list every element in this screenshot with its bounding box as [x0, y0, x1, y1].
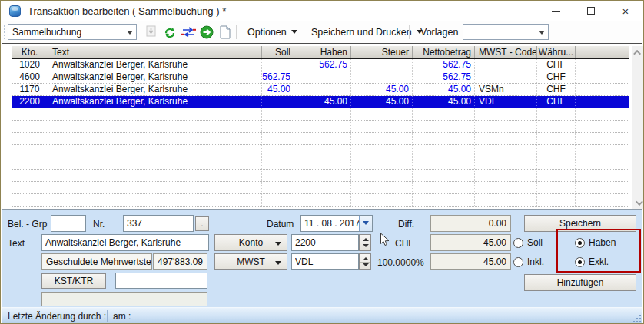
- chevron-down-icon: [291, 30, 297, 34]
- import-button[interactable]: [143, 24, 160, 40]
- table-row-empty[interactable]: [12, 145, 629, 157]
- scroll-up-icon[interactable]: [632, 46, 644, 58]
- table-row-empty[interactable]: [12, 157, 629, 170]
- chevron-down-icon: [275, 242, 281, 246]
- chevron-down-icon: [275, 261, 281, 265]
- cell-mwst: [475, 59, 537, 71]
- diff-field: 0.00: [430, 215, 511, 232]
- table-row[interactable]: 2200Anwaltskanzlei Berger, Karlsruhe45.0…: [12, 96, 629, 108]
- close-button[interactable]: ×: [608, 1, 643, 21]
- radio-inkl[interactable]: Inkl.: [513, 256, 544, 267]
- column-header-waehrung[interactable]: Währu...: [537, 46, 576, 58]
- cell-haben: [294, 182, 351, 193]
- new-document-button[interactable]: [217, 24, 234, 40]
- percent-label: 100.0000%: [377, 257, 424, 268]
- cell-mwst: [475, 194, 537, 206]
- table-row-empty[interactable]: [12, 133, 629, 145]
- grid-header: Kto.TextSollHabenSteuerNettobetragMWST -…: [12, 46, 629, 59]
- vertical-scrollbar[interactable]: [632, 46, 643, 209]
- cell-netto: 45.00: [413, 96, 475, 107]
- calendar-dropdown-icon[interactable]: [359, 216, 372, 231]
- konto-dropdown-button[interactable]: Konto: [214, 234, 287, 251]
- grid-body: 1020Anwaltskanzlei Berger, Karlsruhe562.…: [12, 59, 629, 207]
- column-header-soll[interactable]: Soll: [262, 46, 294, 58]
- kst-ktr-button[interactable]: KST/KTR: [41, 273, 106, 289]
- booking-type-combobox[interactable]: Sammelbuchung: [8, 24, 137, 40]
- vorlagen-combobox[interactable]: [463, 24, 549, 40]
- nr-input[interactable]: [123, 215, 194, 232]
- column-header-steuer[interactable]: Steuer: [351, 46, 413, 58]
- radio-soll[interactable]: Soll: [513, 237, 543, 248]
- maximize-button[interactable]: [573, 1, 609, 21]
- column-header-kto[interactable]: Kto.: [12, 46, 48, 58]
- column-header-netto[interactable]: Nettobetrag: [413, 46, 475, 58]
- table-row[interactable]: 1020Anwaltskanzlei Berger, Karlsruhe562.…: [12, 59, 629, 71]
- optionen-button[interactable]: Optionen: [241, 23, 304, 41]
- cell-kto: 1020: [12, 59, 48, 71]
- table-row-empty[interactable]: [12, 108, 629, 121]
- cell-haben: [294, 108, 351, 120]
- table-row-empty[interactable]: [12, 170, 629, 182]
- cell-mwst: [475, 145, 537, 157]
- table-row-empty[interactable]: [12, 182, 629, 194]
- konto-spinner[interactable]: [359, 234, 371, 251]
- cell-text: [48, 133, 262, 144]
- cell-steuer: [351, 157, 413, 169]
- cell-waehrung: [537, 145, 576, 157]
- go-button[interactable]: [198, 24, 215, 40]
- cell-filler: [576, 194, 629, 206]
- cell-filler: [576, 145, 629, 157]
- mwst-dropdown-button[interactable]: MWST: [214, 253, 287, 270]
- mwst-spinner[interactable]: [359, 253, 371, 270]
- table-row-empty[interactable]: [12, 121, 629, 133]
- vat-owed-value: 497'883.09: [153, 253, 207, 270]
- cell-soll: [262, 96, 294, 107]
- toolbar-separator: [236, 25, 237, 39]
- column-header-mwst[interactable]: MWST - Code: [475, 46, 537, 58]
- close-icon: ×: [622, 5, 629, 17]
- speichern-label: Speichern: [559, 218, 601, 229]
- cell-filler: [576, 71, 629, 83]
- cell-text: [48, 121, 262, 132]
- cell-soll: [262, 133, 294, 144]
- optionen-label: Optionen: [247, 27, 287, 38]
- cell-filler: [576, 157, 629, 169]
- table-row[interactable]: 1170Anwaltskanzlei Berger, Karlsruhe45.0…: [12, 84, 629, 96]
- column-header-text[interactable]: Text: [48, 46, 262, 58]
- text-label: Text: [8, 238, 25, 249]
- cell-mwst: [475, 157, 537, 169]
- refresh-button[interactable]: [161, 24, 178, 40]
- cell-waehrung: [537, 170, 576, 181]
- radio-circle: [513, 257, 523, 267]
- window-title: Transaktion bearbeiten ( Sammelbuchung )…: [28, 5, 226, 17]
- toolbar-separator: [300, 25, 300, 39]
- column-header-haben[interactable]: Haben: [294, 46, 351, 58]
- net-amount-field: 45.00: [430, 253, 511, 270]
- cell-text: [48, 194, 262, 206]
- datum-field[interactable]: 11 . 08 . 2017: [300, 215, 373, 232]
- cell-steuer: [351, 145, 413, 157]
- text-input[interactable]: [41, 234, 209, 251]
- konto-input[interactable]: [291, 234, 359, 251]
- scroll-down-icon[interactable]: [632, 197, 644, 209]
- table-row[interactable]: 4600Anwaltskanzlei Berger, Karlsruhe562.…: [12, 71, 629, 84]
- transfer-button[interactable]: [180, 24, 197, 40]
- cell-steuer: [351, 194, 413, 206]
- kst-ktr-input[interactable]: [115, 273, 207, 289]
- minimize-button[interactable]: [538, 1, 573, 21]
- table-row-empty[interactable]: [12, 194, 629, 207]
- resize-grip[interactable]: [632, 313, 641, 322]
- bel-grp-input[interactable]: [51, 215, 86, 232]
- konto-label: Konto: [239, 237, 263, 248]
- dot-button[interactable]: .: [195, 216, 209, 231]
- cell-mwst: [475, 133, 537, 144]
- mwst-code-input[interactable]: [291, 253, 359, 270]
- cell-waehrung: [537, 194, 576, 206]
- speichern-und-drucken-button[interactable]: Speichern und Drucken: [304, 23, 430, 41]
- cell-haben: [294, 71, 351, 83]
- cell-netto: [413, 157, 475, 169]
- hinzufuegen-button[interactable]: Hinzufügen: [524, 274, 636, 291]
- toolbar: Sammelbuchung: [2, 21, 642, 44]
- toolbar-grip[interactable]: [4, 25, 6, 39]
- cell-haben: [294, 170, 351, 181]
